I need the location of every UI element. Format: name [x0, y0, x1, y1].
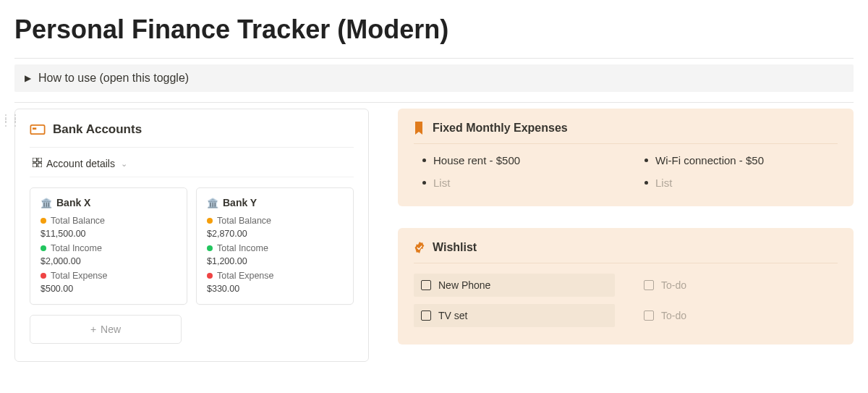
drag-handle-icon[interactable]: ⋮⋮⋮⋮	[1, 116, 20, 124]
account-name: Bank X	[56, 197, 90, 208]
todo-text: To-do	[661, 279, 686, 291]
divider	[14, 102, 854, 103]
account-card[interactable]: 🏛️ Bank Y Total Balance $2,870.00 Total …	[196, 187, 354, 305]
gallery-icon	[33, 158, 42, 169]
wishlist-header[interactable]: Wishlist	[414, 241, 838, 263]
status-dot-orange	[207, 218, 213, 224]
stat-income-value: $1,200.00	[207, 256, 343, 266]
list-item-placeholder[interactable]: List	[644, 177, 838, 189]
fixed-expenses-header[interactable]: Fixed Monthly Expenses	[414, 122, 838, 144]
fixed-expenses-list: House rent - $500 Wi-Fi connection - $50…	[414, 144, 838, 189]
stat-label-expense: Total Expense	[217, 271, 274, 281]
account-name: Bank Y	[223, 197, 257, 208]
how-to-use-toggle[interactable]: ▶ How to use (open this toggle)	[14, 64, 854, 92]
wallet-icon	[30, 124, 46, 135]
toggle-label: How to use (open this toggle)	[38, 72, 189, 85]
stat-label-balance: Total Balance	[217, 216, 271, 226]
todo-text: TV set	[438, 310, 467, 321]
list-item[interactable]: Wi-Fi connection - $50	[644, 154, 838, 166]
stat-expense-value: $500.00	[41, 284, 176, 294]
stat-label-income: Total Income	[217, 243, 268, 253]
right-column: Fixed Monthly Expenses House rent - $500…	[398, 109, 854, 345]
plus-icon: +	[90, 324, 96, 335]
status-dot-green	[207, 245, 213, 251]
todo-item-placeholder[interactable]: To-do	[637, 304, 838, 327]
bank-accounts-header[interactable]: Bank Accounts	[30, 122, 354, 148]
bullet-icon	[644, 181, 648, 185]
todo-item-placeholder[interactable]: To-do	[637, 274, 838, 297]
todo-item[interactable]: TV set	[414, 304, 615, 327]
new-label: New	[101, 324, 121, 335]
todo-item[interactable]: New Phone	[414, 274, 615, 297]
bank-accounts-card: Bank Accounts Account details ⌄ 🏛️ Bank …	[14, 109, 369, 362]
item-text: House rent - $500	[433, 154, 520, 166]
item-text: List	[655, 177, 672, 189]
svg-rect-5	[38, 163, 42, 167]
accounts-grid: 🏛️ Bank X Total Balance $11,500.00 Total…	[30, 187, 354, 305]
checkbox-icon[interactable]	[644, 310, 654, 321]
main-content-row: ⋮⋮⋮⋮ Bank Accounts Account details ⌄ 🏛️ …	[14, 109, 854, 362]
list-item-placeholder[interactable]: List	[422, 177, 616, 189]
badge-check-icon	[414, 241, 425, 254]
wishlist-list: New Phone To-do TV set To-do	[414, 263, 838, 327]
list-item[interactable]: House rent - $500	[422, 154, 616, 166]
item-text: List	[433, 177, 450, 189]
wishlist-title: Wishlist	[433, 241, 477, 254]
divider	[14, 58, 854, 59]
stat-income-value: $2,000.00	[41, 256, 176, 266]
svg-rect-4	[33, 163, 37, 167]
bank-icon: 🏛️	[207, 198, 218, 208]
item-text: Wi-Fi connection - $50	[655, 154, 764, 166]
bank-icon: 🏛️	[41, 198, 52, 208]
account-card[interactable]: 🏛️ Bank X Total Balance $11,500.00 Total…	[30, 187, 187, 305]
status-dot-red	[207, 273, 213, 279]
stat-label-expense: Total Expense	[51, 271, 108, 281]
stat-label-balance: Total Balance	[51, 216, 105, 226]
bullet-icon	[422, 159, 426, 162]
chevron-down-icon: ⌄	[121, 159, 127, 169]
stat-label-income: Total Income	[51, 243, 102, 253]
todo-text: New Phone	[438, 279, 490, 291]
svg-rect-3	[38, 158, 42, 162]
page-title: Personal Finance Tracker (Modern)	[14, 14, 854, 45]
todo-text: To-do	[661, 310, 686, 321]
stat-expense-value: $330.00	[207, 284, 343, 294]
status-dot-red	[41, 273, 46, 279]
stat-balance-value: $11,500.00	[41, 229, 176, 239]
status-dot-green	[41, 245, 46, 251]
svg-rect-1	[33, 127, 36, 130]
triangle-right-icon: ▶	[25, 73, 31, 83]
stat-balance-value: $2,870.00	[207, 229, 343, 239]
new-account-button[interactable]: + New	[30, 315, 182, 344]
checkbox-icon[interactable]	[644, 280, 654, 290]
status-dot-orange	[41, 218, 46, 224]
bullet-icon	[644, 159, 648, 162]
view-label: Account details	[46, 158, 115, 169]
checkbox-icon[interactable]	[421, 280, 431, 290]
bullet-icon	[422, 181, 426, 185]
svg-rect-2	[33, 158, 37, 162]
wishlist-card: Wishlist New Phone To-do TV set To-do	[398, 228, 854, 345]
bank-accounts-title: Bank Accounts	[53, 122, 142, 137]
bookmark-icon	[414, 122, 425, 135]
fixed-expenses-card: Fixed Monthly Expenses House rent - $500…	[398, 109, 854, 206]
checkbox-icon[interactable]	[421, 310, 431, 321]
fixed-expenses-title: Fixed Monthly Expenses	[433, 122, 568, 135]
account-details-view-selector[interactable]: Account details ⌄	[30, 148, 354, 177]
